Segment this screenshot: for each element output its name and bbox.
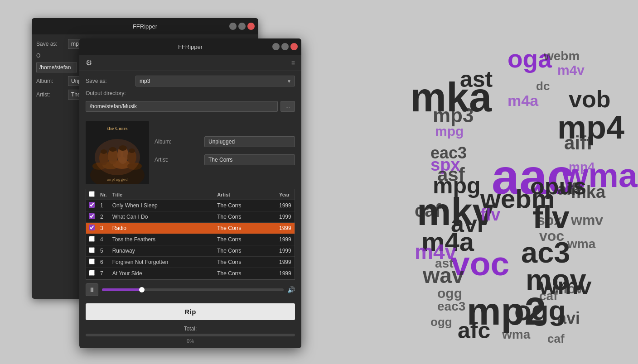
row-artist: The Corrs bbox=[214, 257, 276, 268]
bg-output-label: O bbox=[36, 53, 68, 59]
col-year: Year bbox=[276, 189, 295, 200]
track-checkbox-2[interactable] bbox=[89, 225, 95, 230]
svg-point-17 bbox=[119, 145, 127, 151]
progress-bar-wrap[interactable] bbox=[102, 288, 284, 291]
wordcloud-word: wma bbox=[502, 328, 530, 341]
table-row[interactable]: 1 Only When I Sleep The Corrs 1999 bbox=[86, 200, 295, 211]
total-percent: 0% bbox=[86, 338, 295, 344]
wordcloud-word: avi bbox=[451, 212, 483, 235]
row-title: Forgiven Not Forgotten bbox=[110, 257, 215, 268]
main-minimize-button[interactable]: ─ bbox=[272, 43, 280, 50]
artist-row: Artist: bbox=[155, 154, 295, 165]
table-row[interactable]: 7 At Your Side The Corrs 1999 bbox=[86, 268, 295, 279]
track-table-wrap[interactable]: Nr. Title Artist Year 1 Only When I Slee… bbox=[86, 189, 295, 280]
row-checkbox-cell[interactable] bbox=[86, 234, 97, 245]
rip-button[interactable]: Rip bbox=[86, 303, 295, 320]
menu-button[interactable]: ≡ bbox=[289, 58, 298, 67]
wordcloud: aacmkamp4wmamkvflvwebmvocac3oggmp2movm4a… bbox=[362, 7, 625, 346]
bg-save-label: Save as: bbox=[36, 41, 68, 47]
wordcloud-word: afc bbox=[458, 319, 490, 342]
row-title: Radio bbox=[110, 223, 215, 234]
output-dir-input-row: ... bbox=[86, 101, 295, 112]
main-titlebar: FFRipper ─ □ ✕ bbox=[79, 38, 301, 55]
wordcloud-word: asf bbox=[437, 165, 465, 184]
player-bar: ⏸ 🔊 bbox=[79, 280, 301, 300]
output-dir-input[interactable] bbox=[86, 101, 278, 112]
artist-input[interactable] bbox=[204, 154, 295, 165]
album-fields: Album: Artist: bbox=[155, 121, 295, 184]
wordcloud-word: wma bbox=[567, 238, 595, 250]
main-maximize-button[interactable]: □ bbox=[281, 43, 289, 50]
bg-close-button[interactable]: ✕ bbox=[247, 23, 255, 30]
wordcloud-word: mka bbox=[571, 183, 605, 201]
row-nr: 7 bbox=[97, 268, 110, 279]
output-dir-row: Output directory: bbox=[86, 90, 295, 96]
main-window-title: FFRipper bbox=[178, 43, 203, 50]
row-checkbox-cell[interactable] bbox=[86, 268, 97, 279]
wordcloud-word: wmv bbox=[571, 213, 603, 227]
bg-titlebar-controls: ─ □ ✕ bbox=[229, 23, 255, 30]
wordcloud-word: m4v bbox=[557, 63, 585, 77]
wordcloud-word: mpg bbox=[435, 125, 464, 138]
row-checkbox-cell[interactable] bbox=[86, 211, 97, 223]
wordcloud-word: eac3 bbox=[437, 300, 465, 313]
wordcloud-word: flv bbox=[480, 206, 500, 223]
svg-point-18 bbox=[129, 148, 135, 153]
wordcloud-word: voc bbox=[539, 229, 564, 243]
bg-maximize-button[interactable]: □ bbox=[238, 23, 246, 30]
row-artist: The Corrs bbox=[214, 211, 276, 223]
track-checkbox-6[interactable] bbox=[89, 270, 95, 276]
wordcloud-word: avi bbox=[557, 310, 580, 326]
output-dir-label: Output directory: bbox=[86, 90, 135, 96]
track-table: Nr. Title Artist Year 1 Only When I Slee… bbox=[86, 189, 295, 279]
save-as-label: Save as: bbox=[86, 78, 135, 84]
settings-button[interactable]: ⚙ bbox=[83, 57, 95, 68]
row-year: 1999 bbox=[276, 223, 295, 234]
bg-album-label: Album: bbox=[36, 78, 68, 84]
row-checkbox-cell[interactable] bbox=[86, 223, 97, 234]
row-title: What Can I Do bbox=[110, 211, 215, 223]
artist-label: Artist: bbox=[155, 157, 204, 163]
track-checkbox-0[interactable] bbox=[89, 202, 95, 208]
row-title: Runaway bbox=[110, 245, 215, 257]
wordcloud-word: aiff bbox=[564, 134, 593, 153]
table-row[interactable]: 3 Radio The Corrs 1999 bbox=[86, 223, 295, 234]
bg-artist-label: Artist: bbox=[36, 91, 68, 98]
table-row[interactable]: 5 Runaway The Corrs 1999 bbox=[86, 245, 295, 257]
save-as-row: Save as: mp3 aac flac ogg wav wma m4a ▼ bbox=[86, 76, 295, 86]
save-as-select[interactable]: mp3 aac flac ogg wav wma m4a bbox=[135, 76, 295, 86]
table-row[interactable]: 6 Forgiven Not Forgotten The Corrs 1999 bbox=[86, 257, 295, 268]
row-year: 1999 bbox=[276, 245, 295, 257]
play-pause-button[interactable]: ⏸ bbox=[86, 283, 98, 296]
table-row[interactable]: 2 What Can I Do The Corrs 1999 bbox=[86, 211, 295, 223]
toolbar: ⚙ ≡ bbox=[79, 55, 301, 71]
table-row[interactable]: 4 Toss the Feathers The Corrs 1999 bbox=[86, 234, 295, 245]
row-checkbox-cell[interactable] bbox=[86, 245, 97, 257]
progress-fill bbox=[102, 288, 142, 291]
browse-button[interactable]: ... bbox=[280, 101, 295, 112]
album-row: Album: bbox=[155, 136, 295, 147]
wordcloud-container: aacmkamp4wmamkvflvwebmvocac3oggmp2movm4a… bbox=[353, 0, 634, 353]
bg-minimize-button[interactable]: ─ bbox=[229, 23, 237, 30]
row-title: Only When I Sleep bbox=[110, 200, 215, 211]
album-art-svg: the Corrs unplugged bbox=[86, 121, 149, 184]
row-checkbox-cell[interactable] bbox=[86, 200, 97, 211]
progress-thumb[interactable] bbox=[139, 287, 145, 292]
album-input[interactable] bbox=[204, 136, 295, 147]
track-checkbox-3[interactable] bbox=[89, 236, 95, 242]
wordcloud-word: m4a bbox=[508, 93, 538, 108]
track-checkbox-4[interactable] bbox=[89, 247, 95, 253]
wordcloud-word: ast bbox=[435, 257, 453, 270]
track-checkbox-5[interactable] bbox=[89, 259, 95, 264]
wordcloud-word: ogg bbox=[430, 316, 452, 328]
track-checkbox-1[interactable] bbox=[89, 213, 95, 219]
row-artist: The Corrs bbox=[214, 234, 276, 245]
select-all-checkbox[interactable] bbox=[89, 191, 95, 197]
wordcloud-word: caf bbox=[415, 201, 441, 220]
bg-titlebar: FFRipper ─ □ ✕ bbox=[32, 18, 258, 34]
row-checkbox-cell[interactable] bbox=[86, 257, 97, 268]
total-progress-wrap bbox=[86, 334, 295, 336]
wordcloud-word: ast bbox=[460, 68, 493, 91]
main-close-button[interactable]: ✕ bbox=[290, 43, 298, 50]
table-header-row: Nr. Title Artist Year bbox=[86, 189, 295, 200]
